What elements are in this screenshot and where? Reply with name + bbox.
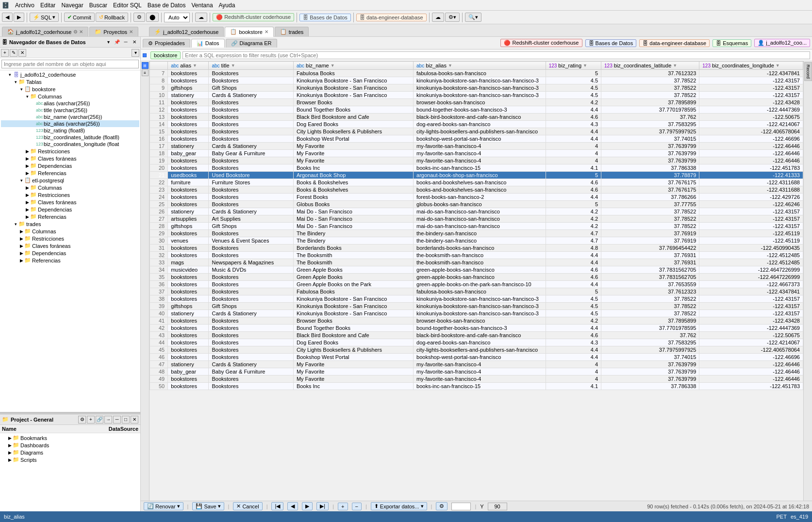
table-row[interactable]: 26stationeryCards & StationeryMai Do - S… xyxy=(150,208,803,215)
table-row[interactable]: 18baby_gearBaby Gear & FurnitureMy Favor… xyxy=(150,150,803,157)
table-row[interactable]: 30venuesVenues & Event SpacesThe Bindery… xyxy=(150,237,803,245)
more-button[interactable]: ⚙▾ xyxy=(445,13,460,22)
tree-root[interactable]: ▾ 🗄 j_adolfo12_coderhouse xyxy=(1,71,139,78)
project-link-btn[interactable]: 🔗 xyxy=(96,416,103,424)
table-row[interactable]: 24bookstoresBookstoresForest Booksforest… xyxy=(150,194,803,201)
nav-close-btn[interactable]: ✕ xyxy=(131,38,138,46)
table-row[interactable]: 32bookstoresBookstoresThe Booksmiththe-b… xyxy=(150,252,803,259)
table-row[interactable]: 47stationeryCards & StationeryMy Favorit… xyxy=(150,361,803,368)
table-row[interactable]: 25bookstoresBookstoresGlobus Booksglobus… xyxy=(150,201,803,208)
tree-trades-claves[interactable]: ▶ 📁 Claves foráneas xyxy=(1,242,139,249)
commit-button[interactable]: ✔ Commit xyxy=(64,13,95,22)
project-diagrams[interactable]: ▶ 📁 Diagrams xyxy=(1,449,139,456)
tree-etl-dep[interactable]: ▶ 📁 Dependencias xyxy=(1,206,139,213)
tree-columnas[interactable]: ▾ 📁 Columnas xyxy=(1,93,139,100)
table-row[interactable]: 34musicvideoMusic & DVDsGreen Apple Book… xyxy=(150,266,803,274)
refresh-button[interactable]: ⬤ xyxy=(146,13,159,22)
tree-claves[interactable]: ▶ 📁 Claves foráneas xyxy=(1,155,139,162)
bases-badge[interactable]: 🗄 Bases de Datos xyxy=(585,39,637,47)
menu-buscar[interactable]: Buscar xyxy=(86,1,110,10)
table-row[interactable]: 19bookstoresBookstoresMy Favoritemy-favo… xyxy=(150,157,803,164)
search-button[interactable]: 🔍▾ xyxy=(465,13,481,22)
tree-trades[interactable]: ▾ 📁 trades xyxy=(1,220,139,228)
cloud2-button[interactable]: ☁ xyxy=(432,13,444,22)
tree-col-lon[interactable]: 123 biz_coordinates_longitude (float xyxy=(1,141,139,147)
tree-col-bizalias[interactable]: abc biz_alias (varchar(256)) xyxy=(1,120,139,127)
tree-col-bizname[interactable]: abc biz_name (varchar(256)) xyxy=(1,114,139,120)
table-row[interactable]: 45bookstoresBookstoresCity Lights Bookse… xyxy=(150,346,803,354)
renovar-button[interactable]: 🔄 Renovar ▾ xyxy=(144,502,183,510)
nav-del-btn[interactable]: ✕ xyxy=(18,49,26,57)
table-row[interactable]: 14bookstoresBookstoresDog Eared Booksdog… xyxy=(150,121,803,128)
settings-button[interactable]: ⚙ xyxy=(133,13,145,22)
nav-add-row-btn[interactable]: + xyxy=(338,503,348,510)
table-row[interactable]: 27artsuppliesArt SuppliesMai Do - San Fr… xyxy=(150,215,803,223)
menu-editar[interactable]: Editar xyxy=(37,1,58,10)
search-input[interactable] xyxy=(1,60,139,68)
tree-etl-ref[interactable]: ▶ 📁 Referencias xyxy=(1,213,139,220)
col-header-bizalias[interactable]: abc biz_alias ▼ xyxy=(414,62,546,70)
nav-first-btn[interactable]: |◀ xyxy=(271,502,283,510)
table-row[interactable]: 40stationeryCards & StationeryKinokuniya… xyxy=(150,310,803,317)
tree-trades-dep[interactable]: ▶ 📁 Dependencias xyxy=(1,249,139,257)
tree-trades-col[interactable]: ▶ 📁 Columnas xyxy=(1,228,139,235)
table-row[interactable]: 49bookstoresBookstoresMy Favoritemy-favo… xyxy=(150,375,803,383)
menu-ayuda[interactable]: Ayuda xyxy=(216,1,238,10)
tree-col-lat[interactable]: 123 biz_coordinates_latitude (float8) xyxy=(1,134,139,141)
rollback-button[interactable]: ↺ Rollback xyxy=(96,13,128,22)
nav-edit-btn[interactable]: ✎ xyxy=(10,49,17,57)
menu-navegar[interactable]: Navegar xyxy=(58,1,86,10)
table-row[interactable]: 43bookstoresBookstoresBlack Bird Booksto… xyxy=(150,332,803,339)
tree-col-title[interactable]: abc title (varchar(256)) xyxy=(1,107,139,114)
table-row[interactable]: 23bookstoresBookstoresBooks & Bookshelve… xyxy=(150,186,803,194)
forward-button[interactable]: ▶ xyxy=(14,13,24,22)
tree-col-bizrating[interactable]: 123 biz_rating (float8) xyxy=(1,127,139,134)
table-row[interactable]: 36bookstoresBookstoresGreen Apple Books … xyxy=(150,281,803,288)
table-row[interactable]: 39giftshopsGift ShopsKinokuniya Bookstor… xyxy=(150,303,803,310)
table-row[interactable]: 10stationeryCards & StationeryKinokuniya… xyxy=(150,92,803,99)
esquemas-badge[interactable]: 🗄 Esquemas xyxy=(713,39,751,47)
nav-pin-btn[interactable]: 📌 xyxy=(113,38,121,46)
menu-archivo[interactable]: Archivo xyxy=(12,1,37,10)
cancel-button[interactable]: ✕ Cancel xyxy=(233,502,262,510)
table-row[interactable]: 48baby_gearBaby Gear & FurnitureMy Favor… xyxy=(150,368,803,375)
tree-trades-ref[interactable]: ▶ 📁 Referencias xyxy=(1,257,139,264)
table-row[interactable]: 41bookstoresBookstoresBrowser Booksbrows… xyxy=(150,317,803,325)
table-row[interactable]: 37bookstoresBookstoresFabulosa Booksfabu… xyxy=(150,288,803,295)
data-grid-container[interactable]: abc alias ▼ abc title ▼ xyxy=(149,61,803,501)
tree-trades-rest[interactable]: ▶ 📁 Restricciones xyxy=(1,235,139,242)
sub-tab-er[interactable]: 🔗 Diagrama ER xyxy=(226,39,277,48)
tree-bookstore[interactable]: ▾ 📋 bookstore xyxy=(1,85,139,93)
project-arr-btn[interactable]: → xyxy=(104,416,112,424)
table-row[interactable]: 38bookstoresBookstoresKinokuniya Booksto… xyxy=(150,295,803,303)
table-row[interactable]: 50bookstoresBookstoresBooks Incbooks-inc… xyxy=(150,383,803,390)
nav-filter-btn[interactable]: ▾ xyxy=(132,49,139,57)
table-row[interactable]: 16bookstoresBookstoresBookshop West Port… xyxy=(150,135,803,143)
table-row[interactable]: 21usedbooksUsed BookstoreArgonaut Book S… xyxy=(150,172,803,179)
user-badge[interactable]: 👤 j_adolfo12_coo... xyxy=(754,39,810,47)
table-row[interactable]: 35bookstoresBookstoresGreen Apple Booksg… xyxy=(150,274,803,281)
nav-del-row-btn[interactable]: − xyxy=(352,503,362,510)
tab-nav[interactable]: 🏠 j_adolfo12_coderhouse ⚙ ✕ xyxy=(2,27,88,36)
back-button[interactable]: ◀ xyxy=(2,13,13,22)
menu-ventana[interactable]: Ventana xyxy=(189,1,216,10)
table-row[interactable]: 33magsNewspapers & MagazinesThe Booksmit… xyxy=(150,259,803,266)
project-scripts[interactable]: ▶ 📁 Scripts xyxy=(1,456,139,463)
project-settings-btn[interactable]: ⚙ xyxy=(78,416,86,424)
table-row[interactable]: 42bookstoresBookstoresBound Together Boo… xyxy=(150,325,803,332)
table-row[interactable]: 11bookstoresBookstoresBrowser Booksbrows… xyxy=(150,99,803,106)
project-min-btn[interactable]: ─ xyxy=(113,416,121,424)
tree-etl-rest[interactable]: ▶ 📁 Restricciones xyxy=(1,191,139,198)
page-input[interactable]: 0 xyxy=(451,503,471,510)
table-row[interactable]: 17stationeryCards & StationeryMy Favorit… xyxy=(150,143,803,150)
tab-trades[interactable]: 📋 trades xyxy=(275,27,309,36)
col-header-bizrating[interactable]: 123 biz_rating ▼ xyxy=(546,62,601,70)
nav-prev-btn[interactable]: ◀ xyxy=(287,502,298,510)
sql-button[interactable]: ⚡ SQL ▾ xyxy=(30,13,59,22)
tab-bookstore[interactable]: 📋 bookstore ✕ xyxy=(225,27,273,37)
project-add-btn[interactable]: + xyxy=(87,416,95,424)
table-row[interactable]: 22furnitureFurniture StoresBooks & Books… xyxy=(150,179,803,186)
grid-view-btn[interactable]: ⊞ xyxy=(142,62,149,69)
tab-bookstore-close[interactable]: ✕ xyxy=(265,29,268,34)
table-row[interactable]: 13bookstoresBookstoresBlack Bird Booksto… xyxy=(150,114,803,121)
